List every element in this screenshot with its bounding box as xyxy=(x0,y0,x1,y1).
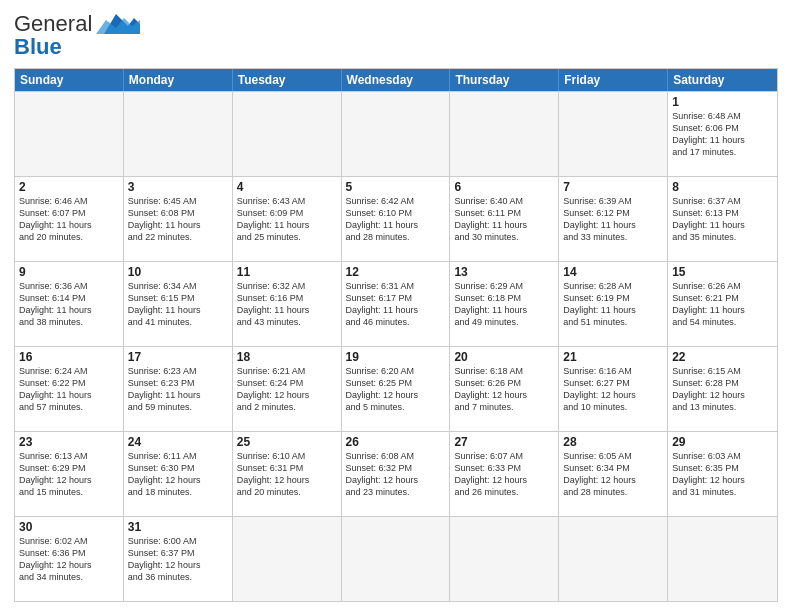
day-cell-31: 31Sunrise: 6:00 AM Sunset: 6:37 PM Dayli… xyxy=(124,517,233,601)
empty-cell xyxy=(124,92,233,176)
day-number: 8 xyxy=(672,180,773,194)
day-sun-info: Sunrise: 6:32 AM Sunset: 6:16 PM Dayligh… xyxy=(237,281,310,327)
day-cell-28: 28Sunrise: 6:05 AM Sunset: 6:34 PM Dayli… xyxy=(559,432,668,516)
day-sun-info: Sunrise: 6:15 AM Sunset: 6:28 PM Dayligh… xyxy=(672,366,745,412)
day-cell-13: 13Sunrise: 6:29 AM Sunset: 6:18 PM Dayli… xyxy=(450,262,559,346)
day-number: 16 xyxy=(19,350,119,364)
day-cell-21: 21Sunrise: 6:16 AM Sunset: 6:27 PM Dayli… xyxy=(559,347,668,431)
day-number: 14 xyxy=(563,265,663,279)
empty-cell xyxy=(233,517,342,601)
calendar: SundayMondayTuesdayWednesdayThursdayFrid… xyxy=(14,68,778,602)
day-number: 1 xyxy=(672,95,773,109)
day-cell-19: 19Sunrise: 6:20 AM Sunset: 6:25 PM Dayli… xyxy=(342,347,451,431)
day-cell-7: 7Sunrise: 6:39 AM Sunset: 6:12 PM Daylig… xyxy=(559,177,668,261)
day-cell-11: 11Sunrise: 6:32 AM Sunset: 6:16 PM Dayli… xyxy=(233,262,342,346)
day-cell-10: 10Sunrise: 6:34 AM Sunset: 6:15 PM Dayli… xyxy=(124,262,233,346)
day-number: 15 xyxy=(672,265,773,279)
page: General Blue SundayMondayTuesdayWednesda… xyxy=(0,0,792,612)
empty-cell xyxy=(15,92,124,176)
day-number: 27 xyxy=(454,435,554,449)
week-row-3: 16Sunrise: 6:24 AM Sunset: 6:22 PM Dayli… xyxy=(15,346,777,431)
day-sun-info: Sunrise: 6:16 AM Sunset: 6:27 PM Dayligh… xyxy=(563,366,636,412)
empty-cell xyxy=(233,92,342,176)
day-number: 17 xyxy=(128,350,228,364)
day-number: 6 xyxy=(454,180,554,194)
empty-cell xyxy=(450,92,559,176)
day-number: 24 xyxy=(128,435,228,449)
day-number: 31 xyxy=(128,520,228,534)
day-cell-23: 23Sunrise: 6:13 AM Sunset: 6:29 PM Dayli… xyxy=(15,432,124,516)
day-sun-info: Sunrise: 6:13 AM Sunset: 6:29 PM Dayligh… xyxy=(19,451,92,497)
day-cell-1: 1Sunrise: 6:48 AM Sunset: 6:06 PM Daylig… xyxy=(668,92,777,176)
day-sun-info: Sunrise: 6:48 AM Sunset: 6:06 PM Dayligh… xyxy=(672,111,745,157)
day-header-sunday: Sunday xyxy=(15,69,124,91)
day-number: 20 xyxy=(454,350,554,364)
empty-cell xyxy=(559,517,668,601)
day-sun-info: Sunrise: 6:18 AM Sunset: 6:26 PM Dayligh… xyxy=(454,366,527,412)
day-cell-8: 8Sunrise: 6:37 AM Sunset: 6:13 PM Daylig… xyxy=(668,177,777,261)
day-cell-30: 30Sunrise: 6:02 AM Sunset: 6:36 PM Dayli… xyxy=(15,517,124,601)
week-row-4: 23Sunrise: 6:13 AM Sunset: 6:29 PM Dayli… xyxy=(15,431,777,516)
day-header-saturday: Saturday xyxy=(668,69,777,91)
day-number: 21 xyxy=(563,350,663,364)
header: General Blue xyxy=(14,10,778,60)
day-sun-info: Sunrise: 6:10 AM Sunset: 6:31 PM Dayligh… xyxy=(237,451,310,497)
day-sun-info: Sunrise: 6:40 AM Sunset: 6:11 PM Dayligh… xyxy=(454,196,527,242)
calendar-header: SundayMondayTuesdayWednesdayThursdayFrid… xyxy=(15,69,777,91)
day-sun-info: Sunrise: 6:23 AM Sunset: 6:23 PM Dayligh… xyxy=(128,366,201,412)
empty-cell xyxy=(559,92,668,176)
day-cell-27: 27Sunrise: 6:07 AM Sunset: 6:33 PM Dayli… xyxy=(450,432,559,516)
week-row-2: 9Sunrise: 6:36 AM Sunset: 6:14 PM Daylig… xyxy=(15,261,777,346)
day-cell-20: 20Sunrise: 6:18 AM Sunset: 6:26 PM Dayli… xyxy=(450,347,559,431)
day-header-monday: Monday xyxy=(124,69,233,91)
day-number: 4 xyxy=(237,180,337,194)
day-cell-22: 22Sunrise: 6:15 AM Sunset: 6:28 PM Dayli… xyxy=(668,347,777,431)
day-sun-info: Sunrise: 6:03 AM Sunset: 6:35 PM Dayligh… xyxy=(672,451,745,497)
day-cell-12: 12Sunrise: 6:31 AM Sunset: 6:17 PM Dayli… xyxy=(342,262,451,346)
day-sun-info: Sunrise: 6:28 AM Sunset: 6:19 PM Dayligh… xyxy=(563,281,636,327)
day-sun-info: Sunrise: 6:46 AM Sunset: 6:07 PM Dayligh… xyxy=(19,196,92,242)
day-cell-2: 2Sunrise: 6:46 AM Sunset: 6:07 PM Daylig… xyxy=(15,177,124,261)
day-sun-info: Sunrise: 6:29 AM Sunset: 6:18 PM Dayligh… xyxy=(454,281,527,327)
day-number: 13 xyxy=(454,265,554,279)
calendar-body: 1Sunrise: 6:48 AM Sunset: 6:06 PM Daylig… xyxy=(15,91,777,601)
day-sun-info: Sunrise: 6:36 AM Sunset: 6:14 PM Dayligh… xyxy=(19,281,92,327)
day-header-thursday: Thursday xyxy=(450,69,559,91)
logo-icon xyxy=(96,10,140,38)
day-cell-17: 17Sunrise: 6:23 AM Sunset: 6:23 PM Dayli… xyxy=(124,347,233,431)
day-number: 5 xyxy=(346,180,446,194)
day-cell-16: 16Sunrise: 6:24 AM Sunset: 6:22 PM Dayli… xyxy=(15,347,124,431)
day-number: 26 xyxy=(346,435,446,449)
week-row-0: 1Sunrise: 6:48 AM Sunset: 6:06 PM Daylig… xyxy=(15,91,777,176)
day-sun-info: Sunrise: 6:31 AM Sunset: 6:17 PM Dayligh… xyxy=(346,281,419,327)
day-sun-info: Sunrise: 6:37 AM Sunset: 6:13 PM Dayligh… xyxy=(672,196,745,242)
logo: General Blue xyxy=(14,10,140,60)
day-sun-info: Sunrise: 6:05 AM Sunset: 6:34 PM Dayligh… xyxy=(563,451,636,497)
week-row-1: 2Sunrise: 6:46 AM Sunset: 6:07 PM Daylig… xyxy=(15,176,777,261)
day-header-friday: Friday xyxy=(559,69,668,91)
day-number: 30 xyxy=(19,520,119,534)
day-sun-info: Sunrise: 6:08 AM Sunset: 6:32 PM Dayligh… xyxy=(346,451,419,497)
day-sun-info: Sunrise: 6:45 AM Sunset: 6:08 PM Dayligh… xyxy=(128,196,201,242)
day-cell-26: 26Sunrise: 6:08 AM Sunset: 6:32 PM Dayli… xyxy=(342,432,451,516)
day-sun-info: Sunrise: 6:39 AM Sunset: 6:12 PM Dayligh… xyxy=(563,196,636,242)
day-number: 29 xyxy=(672,435,773,449)
day-cell-3: 3Sunrise: 6:45 AM Sunset: 6:08 PM Daylig… xyxy=(124,177,233,261)
day-number: 10 xyxy=(128,265,228,279)
day-cell-9: 9Sunrise: 6:36 AM Sunset: 6:14 PM Daylig… xyxy=(15,262,124,346)
day-cell-18: 18Sunrise: 6:21 AM Sunset: 6:24 PM Dayli… xyxy=(233,347,342,431)
day-cell-29: 29Sunrise: 6:03 AM Sunset: 6:35 PM Dayli… xyxy=(668,432,777,516)
day-sun-info: Sunrise: 6:34 AM Sunset: 6:15 PM Dayligh… xyxy=(128,281,201,327)
day-number: 7 xyxy=(563,180,663,194)
day-sun-info: Sunrise: 6:24 AM Sunset: 6:22 PM Dayligh… xyxy=(19,366,92,412)
day-cell-6: 6Sunrise: 6:40 AM Sunset: 6:11 PM Daylig… xyxy=(450,177,559,261)
day-sun-info: Sunrise: 6:21 AM Sunset: 6:24 PM Dayligh… xyxy=(237,366,310,412)
logo-blue-text: Blue xyxy=(14,34,62,60)
empty-cell xyxy=(668,517,777,601)
day-number: 3 xyxy=(128,180,228,194)
day-sun-info: Sunrise: 6:26 AM Sunset: 6:21 PM Dayligh… xyxy=(672,281,745,327)
day-cell-24: 24Sunrise: 6:11 AM Sunset: 6:30 PM Dayli… xyxy=(124,432,233,516)
day-cell-15: 15Sunrise: 6:26 AM Sunset: 6:21 PM Dayli… xyxy=(668,262,777,346)
day-number: 11 xyxy=(237,265,337,279)
day-sun-info: Sunrise: 6:02 AM Sunset: 6:36 PM Dayligh… xyxy=(19,536,92,582)
